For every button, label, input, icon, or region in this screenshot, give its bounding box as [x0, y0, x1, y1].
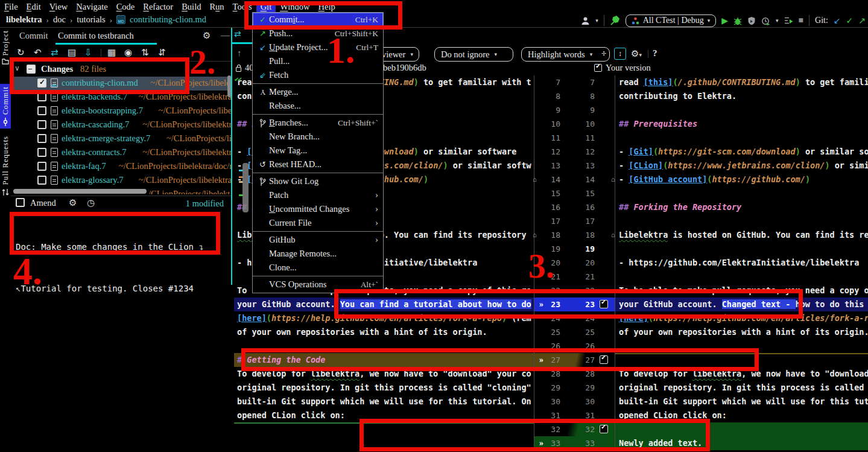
refresh-icon[interactable]: ↻: [17, 47, 25, 58]
gear-icon[interactable]: ⚙: [69, 197, 77, 208]
run-configuration-dropdown[interactable]: All CTest | Debug▾: [626, 14, 717, 27]
file-checkbox[interactable]: ✓: [37, 78, 46, 88]
file-row[interactable]: elektra-faq.7~/CLionProjects/libelektra/…: [11, 160, 232, 174]
file-checkbox[interactable]: [37, 120, 46, 129]
git-menu-item-merge[interactable]: YMerge...: [253, 85, 383, 99]
menubar-item-view[interactable]: View: [45, 1, 72, 13]
menubar-item-run[interactable]: Run: [205, 1, 228, 13]
file-row[interactable]: elektra-backends.7~/CLionProjects/libele…: [11, 91, 232, 104]
collapse-unchanged-icon[interactable]: ÷: [601, 48, 606, 59]
shelve-icon[interactable]: ⇩: [84, 47, 92, 58]
git-menu-item-fetch[interactable]: ⇙Fetch: [253, 68, 383, 82]
git-commit-icon[interactable]: ✓: [846, 16, 854, 26]
run-icon[interactable]: ▶: [721, 16, 728, 26]
git-menu-item-pull[interactable]: Pull...: [253, 54, 383, 68]
breadcrumb-segment[interactable]: doc: [53, 14, 66, 25]
undo-icon[interactable]: ↶: [34, 47, 42, 58]
debug-icon[interactable]: [733, 16, 742, 25]
ctest-icon[interactable]: [632, 17, 639, 25]
menubar-item-code[interactable]: Code: [112, 1, 139, 13]
menubar-item-build[interactable]: Build: [177, 1, 205, 13]
sidebar-item-commit[interactable]: Commit: [0, 84, 11, 129]
folder-icon[interactable]: [2, 59, 9, 65]
commit-message-field[interactable]: Doc: Make some changes in the CLion ↴ ↖T…: [16, 212, 227, 251]
history-icon[interactable]: ◷: [87, 197, 95, 208]
expand-all-icon[interactable]: ⇅: [141, 47, 149, 58]
group-by-icon[interactable]: ▦: [107, 47, 116, 58]
editor-scrollbar[interactable]: [242, 163, 249, 212]
git-menu-item-clone[interactable]: Clone...: [253, 261, 383, 275]
menubar-item-file[interactable]: File: [0, 1, 22, 13]
sidebar-item-project[interactable]: Project: [0, 30, 11, 56]
breadcrumb-segment[interactable]: libelektra: [6, 14, 42, 25]
user-icon[interactable]: [581, 16, 590, 25]
menubar-item-git[interactable]: Git: [256, 1, 276, 13]
breadcrumb-file[interactable]: contributing-clion.md: [130, 14, 206, 25]
file-checkbox[interactable]: [37, 162, 46, 171]
menubar-item-window[interactable]: Window: [276, 1, 314, 13]
menubar-item-help[interactable]: Help: [314, 1, 340, 13]
coverage-icon[interactable]: [747, 16, 756, 25]
file-checkbox[interactable]: [37, 148, 46, 157]
pull-requests-icon[interactable]: [2, 188, 9, 196]
amend-checkbox[interactable]: [16, 198, 25, 207]
rollback-icon[interactable]: ⇄: [51, 47, 59, 58]
commit-icon[interactable]: [2, 118, 9, 126]
file-row[interactable]: elektra-bootstrapping.7~/CLionProjects/l…: [11, 104, 232, 118]
file-row[interactable]: ✓MDcontributing-clion.md~/CLionProjects/…: [11, 77, 232, 91]
git-menu-item-patch[interactable]: Patch›: [253, 188, 383, 202]
git-menu-item-commit[interactable]: ✓Commit...Ctrl+K: [253, 13, 383, 27]
file-checkbox[interactable]: [37, 134, 46, 143]
file-checkbox[interactable]: [37, 176, 46, 185]
git-menu-item-uncommitted-changes[interactable]: Uncommitted Changes›: [253, 202, 383, 216]
sync-scroll-icon[interactable]: ↕: [614, 48, 626, 60]
highlight-mode-dropdown[interactable]: Highlight words▾: [521, 47, 610, 62]
include-change-checkbox[interactable]: ✓: [600, 425, 608, 433]
git-menu-item-rebase[interactable]: Rebase...: [253, 99, 383, 113]
file-row[interactable]: elektra-cmerge-strategy.7~/CLionProjects…: [11, 132, 232, 146]
panel-splitter[interactable]: [231, 28, 232, 285]
collapse-all-icon[interactable]: ⇵: [158, 47, 166, 58]
horizontal-scrollbar[interactable]: [13, 189, 147, 194]
chevron-down-icon[interactable]: ∨: [14, 64, 20, 73]
ignore-whitespace-dropdown[interactable]: Do not ignore▾: [434, 47, 513, 62]
menubar-item-refactor[interactable]: Refactor: [139, 1, 177, 13]
menubar-item-edit[interactable]: Edit: [22, 1, 45, 13]
git-menu-item-show-git-log[interactable]: Show Git Log: [253, 174, 383, 188]
profiler-icon[interactable]: [761, 16, 770, 25]
preview-diff-icon[interactable]: ◉: [124, 47, 132, 58]
file-checkbox[interactable]: [37, 106, 46, 115]
changelist-icon[interactable]: ▤: [68, 47, 76, 58]
fold-marker-icon[interactable]: ⌂: [533, 174, 537, 184]
diff-tab[interactable]: ⇄: [234, 29, 252, 41]
menubar-item-navigate[interactable]: Navigate: [72, 1, 112, 13]
git-update-icon[interactable]: ↙: [834, 16, 841, 26]
fold-marker-icon[interactable]: ⌂: [611, 174, 615, 184]
git-menu-item-branches[interactable]: Branches...Ctrl+Shift+`: [253, 116, 383, 130]
file-checkbox[interactable]: [37, 92, 46, 101]
git-menu-item-new-tag[interactable]: New Tag...: [253, 144, 383, 158]
changes-node-row[interactable]: ∨–Changes82 files: [11, 63, 232, 77]
previous-change-icon[interactable]: ↑: [237, 48, 242, 59]
your-version-checkbox[interactable]: ✓: [594, 64, 602, 72]
build-hammer-icon[interactable]: [610, 16, 620, 26]
git-menu-item-push[interactable]: ↗Push...Ctrl+Shift+K: [253, 27, 383, 40]
stop-icon[interactable]: ■: [799, 16, 803, 25]
sidebar-item-pull-requests[interactable]: Pull Requests: [0, 133, 11, 198]
run-with-parameters-icon[interactable]: [784, 16, 793, 25]
tab-commit[interactable]: Commit: [19, 31, 48, 41]
gear-icon[interactable]: ⚙▾: [631, 48, 642, 59]
git-menu-item-update-project[interactable]: ↙Update Project...Ctrl+T: [253, 40, 383, 54]
file-row[interactable]: elektra-glossary.7~/CLionProjects/libele…: [11, 174, 232, 188]
breadcrumb[interactable]: libelektra›doc›tutorials›MDcontributing-…: [6, 14, 206, 25]
git-menu-item-manage-remotes[interactable]: Manage Remotes...: [253, 247, 383, 261]
git-menu-item-current-file[interactable]: Current File›: [253, 216, 383, 230]
git-menu-item-vcs-operations[interactable]: VCS OperationsAlt+`: [253, 278, 383, 291]
git-menu-item-new-branch[interactable]: New Branch...: [253, 130, 383, 144]
changes-checkbox[interactable]: –: [27, 65, 36, 74]
help-icon[interactable]: ?: [653, 48, 657, 59]
git-menu-item-github[interactable]: GitHub›: [253, 233, 383, 247]
minimize-icon[interactable]: —: [221, 30, 230, 40]
file-row[interactable]: elektra-contracts.7~/CLionProjects/libel…: [11, 146, 232, 160]
include-change-checkbox[interactable]: ✓: [600, 300, 608, 308]
